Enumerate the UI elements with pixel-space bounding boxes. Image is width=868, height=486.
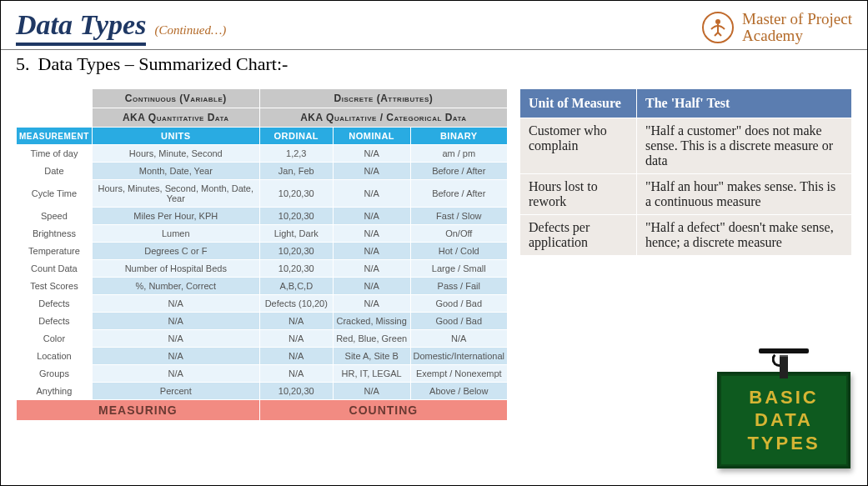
table-cell: On/Off	[410, 225, 507, 243]
table-cell: HR, IT, LEGAL	[333, 365, 410, 383]
table-cell: Defects (10,20)	[259, 295, 333, 313]
table-cell: Cracked, Missing	[333, 313, 410, 330]
table-cell: Speed	[17, 208, 93, 225]
table-cell: Temperature	[17, 243, 93, 260]
table-cell: Exempt / Nonexempt	[410, 365, 507, 383]
sign-line2: DATA	[726, 408, 841, 432]
footer-counting: COUNTING	[259, 400, 507, 421]
table-cell: N/A	[259, 313, 333, 330]
table-cell: Before / After	[410, 180, 507, 208]
table-cell: Month, Date, Year	[92, 163, 259, 180]
table-row: Hours lost to rework"Half an hour" makes…	[520, 174, 852, 215]
table-cell: Defects	[17, 295, 93, 313]
table-cell: 1,2,3	[259, 145, 333, 163]
group-discrete: Discrete (Attributes)	[259, 89, 507, 108]
table-cell: Hot / Cold	[410, 243, 507, 260]
table-cell: N/A	[333, 163, 410, 180]
basic-data-types-sign: BASIC DATA TYPES	[717, 372, 850, 469]
table-cell: Hours, Minute, Second	[92, 145, 259, 163]
table-cell: N/A	[333, 295, 410, 313]
table-cell: N/A	[333, 383, 410, 400]
title-block: Data Types (Continued…)	[16, 9, 226, 46]
half-test-table: Unit of Measure The 'Half' Test Customer…	[519, 88, 852, 256]
brand-line2: Academy	[742, 28, 852, 44]
table-cell: Degrees C or F	[92, 243, 259, 260]
table-row: BrightnessLumenLight, DarkN/AOn/Off	[17, 225, 508, 243]
table-row: DateMonth, Date, YearJan, FebN/ABefore /…	[17, 163, 508, 180]
table-cell: N/A	[259, 330, 333, 348]
table-cell: N/A	[92, 365, 259, 383]
table-row: AnythingPercent10,20,30N/AAbove / Below	[17, 383, 508, 400]
table-cell: A,B,C,D	[259, 278, 333, 295]
table-cell: Percent	[92, 383, 259, 400]
section-number: 5.	[16, 53, 30, 74]
group-continuous: Continuous (Variable)	[92, 89, 259, 108]
table-cell: Hours, Minutes, Second, Month, Date, Yea…	[92, 180, 259, 208]
table-cell: Location	[17, 348, 93, 365]
table-cell: Site A, Site B	[333, 348, 410, 365]
table-cell: 10,20,30	[259, 383, 333, 400]
table-row: Time of dayHours, Minute, Second1,2,3N/A…	[17, 145, 508, 163]
table-cell: Fast / Slow	[410, 208, 507, 225]
table-cell: Red, Blue, Green	[333, 330, 410, 348]
table-row: Count DataNumber of Hospital Beds10,20,3…	[17, 260, 508, 278]
table-cell: N/A	[333, 243, 410, 260]
table-cell: Jan, Feb	[259, 163, 333, 180]
page-title: Data Types	[16, 9, 146, 46]
table-cell: N/A	[333, 208, 410, 225]
half-unit-cell: Customer who complain	[520, 118, 637, 174]
table-row: Defects per application"Half a defect" d…	[520, 215, 852, 256]
table-cell: 10,20,30	[259, 260, 333, 278]
table-cell: Number of Hospital Beds	[92, 260, 259, 278]
table-cell: Cycle Time	[17, 180, 93, 208]
table-row: DefectsN/AN/ACracked, MissingGood / Bad	[17, 313, 508, 330]
svg-point-0	[716, 20, 720, 23]
table-cell: Domestic/International	[410, 348, 507, 365]
table-cell: am / pm	[410, 145, 507, 163]
brand-logo: Master of Project Academy	[702, 11, 852, 44]
table-row: DefectsN/ADefects (10,20)N/AGood / Bad	[17, 295, 508, 313]
half-test-cell: "Half a customer" does not make sense. T…	[637, 118, 852, 174]
table-cell: Date	[17, 163, 93, 180]
half-col1: Unit of Measure	[520, 89, 637, 118]
table-cell: N/A	[333, 278, 410, 295]
table-cell: Brightness	[17, 225, 93, 243]
table-cell: Light, Dark	[259, 225, 333, 243]
table-cell: N/A	[92, 295, 259, 313]
half-test-cell: "Half a defect" doesn't make sense, henc…	[637, 215, 852, 256]
table-cell: Anything	[17, 383, 93, 400]
table-cell: Before / After	[410, 163, 507, 180]
sign-line1: BASIC	[726, 386, 841, 409]
hdr-binary: BINARY	[410, 128, 507, 145]
sign-board: BASIC DATA TYPES	[717, 372, 850, 469]
data-types-table-wrap: Continuous (Variable) Discrete (Attribut…	[16, 88, 508, 421]
table-cell: Above / Below	[410, 383, 507, 400]
aka-quant: AKA Quantitative Data	[92, 108, 259, 128]
table-row: ColorN/AN/ARed, Blue, GreenN/A	[17, 330, 508, 348]
half-test-cell: "Half an hour" makes sense. This is a co…	[637, 174, 852, 215]
section-text: Data Types – Summarized Chart:-	[38, 53, 288, 74]
table-cell: N/A	[92, 330, 259, 348]
table-row: GroupsN/AN/AHR, IT, LEGALExempt / Nonexe…	[17, 365, 508, 383]
table-cell: Count Data	[17, 260, 93, 278]
brand-person-icon	[702, 12, 734, 43]
table-cell: 10,20,30	[259, 180, 333, 208]
table-cell: Color	[17, 330, 93, 348]
table-row: Cycle TimeHours, Minutes, Second, Month,…	[17, 180, 508, 208]
half-unit-cell: Defects per application	[520, 215, 637, 256]
table-cell: Time of day	[17, 145, 93, 163]
table-cell: Large / Small	[410, 260, 507, 278]
brand-line1: Master of Project	[742, 11, 852, 28]
hdr-nominal: NOMINAL	[333, 128, 410, 145]
sign-line3: TYPES	[726, 432, 841, 455]
table-cell: Groups	[17, 365, 93, 383]
table-row: Test Scores%, Number, CorrectA,B,C,DN/AP…	[17, 278, 508, 295]
table-cell: Test Scores	[17, 278, 93, 295]
aka-qual: AKA Qualitative / Categorical Data	[259, 108, 507, 128]
data-types-table: Continuous (Variable) Discrete (Attribut…	[16, 88, 508, 421]
table-cell: N/A	[333, 180, 410, 208]
table-cell: N/A	[92, 313, 259, 330]
half-unit-cell: Hours lost to rework	[520, 174, 637, 215]
table-cell: Defects	[17, 313, 93, 330]
table-cell: %, Number, Correct	[92, 278, 259, 295]
